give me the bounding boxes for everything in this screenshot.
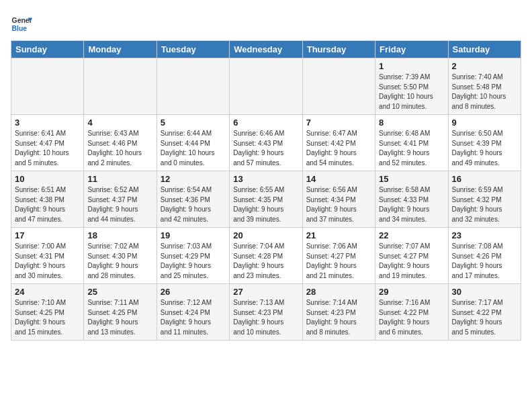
day-info: Sunrise: 6:48 AM Sunset: 4:41 PM Dayligh… (379, 129, 444, 168)
day-info: Sunrise: 7:10 AM Sunset: 4:25 PM Dayligh… (15, 298, 80, 337)
day-info: Sunrise: 7:17 AM Sunset: 4:22 PM Dayligh… (452, 298, 517, 337)
calendar-cell: 17Sunrise: 7:00 AM Sunset: 4:31 PM Dayli… (11, 228, 84, 284)
calendar-cell: 16Sunrise: 6:59 AM Sunset: 4:32 PM Dayli… (448, 171, 521, 228)
day-number: 10 (15, 174, 80, 184)
logo: General Blue (11, 13, 32, 35)
day-info: Sunrise: 7:03 AM Sunset: 4:29 PM Dayligh… (161, 242, 226, 281)
calendar: SundayMondayTuesdayWednesdayThursdayFrid… (11, 40, 521, 340)
calendar-cell (230, 58, 302, 115)
calendar-cell: 25Sunrise: 7:11 AM Sunset: 4:25 PM Dayli… (84, 284, 157, 340)
weekday-header-monday: Monday (84, 41, 157, 58)
day-info: Sunrise: 6:56 AM Sunset: 4:34 PM Dayligh… (306, 185, 371, 224)
weekday-header-thursday: Thursday (302, 41, 375, 58)
calendar-cell (11, 58, 84, 115)
day-info: Sunrise: 7:00 AM Sunset: 4:31 PM Dayligh… (15, 242, 80, 281)
logo-icon: General Blue (11, 13, 32, 35)
calendar-cell: 19Sunrise: 7:03 AM Sunset: 4:29 PM Dayli… (157, 228, 229, 284)
weekday-header-saturday: Saturday (448, 41, 521, 58)
calendar-cell: 26Sunrise: 7:12 AM Sunset: 4:24 PM Dayli… (157, 284, 229, 340)
weekday-header-tuesday: Tuesday (157, 41, 229, 58)
day-number: 4 (87, 118, 152, 128)
calendar-cell: 5Sunrise: 6:44 AM Sunset: 4:44 PM Daylig… (157, 115, 229, 171)
calendar-cell: 3Sunrise: 6:41 AM Sunset: 4:47 PM Daylig… (11, 115, 84, 171)
calendar-cell: 29Sunrise: 7:16 AM Sunset: 4:22 PM Dayli… (375, 284, 448, 340)
weekday-header-row: SundayMondayTuesdayWednesdayThursdayFrid… (11, 41, 521, 58)
calendar-cell: 9Sunrise: 6:50 AM Sunset: 4:39 PM Daylig… (448, 115, 521, 171)
day-number: 12 (161, 174, 226, 184)
calendar-cell: 24Sunrise: 7:10 AM Sunset: 4:25 PM Dayli… (11, 284, 84, 340)
day-info: Sunrise: 6:44 AM Sunset: 4:44 PM Dayligh… (161, 129, 226, 168)
day-number: 8 (379, 118, 444, 128)
day-info: Sunrise: 7:14 AM Sunset: 4:23 PM Dayligh… (306, 298, 371, 337)
calendar-cell: 21Sunrise: 7:06 AM Sunset: 4:27 PM Dayli… (302, 228, 375, 284)
calendar-cell: 2Sunrise: 7:40 AM Sunset: 5:48 PM Daylig… (448, 58, 521, 115)
day-number: 6 (233, 118, 298, 128)
week-row-2: 3Sunrise: 6:41 AM Sunset: 4:47 PM Daylig… (11, 115, 521, 171)
calendar-cell: 6Sunrise: 6:46 AM Sunset: 4:43 PM Daylig… (230, 115, 302, 171)
calendar-cell: 15Sunrise: 6:58 AM Sunset: 4:33 PM Dayli… (375, 171, 448, 228)
day-number: 17 (15, 230, 80, 240)
day-number: 28 (306, 287, 371, 297)
week-row-5: 24Sunrise: 7:10 AM Sunset: 4:25 PM Dayli… (11, 284, 521, 340)
day-info: Sunrise: 7:07 AM Sunset: 4:27 PM Dayligh… (379, 242, 444, 281)
calendar-cell: 10Sunrise: 6:51 AM Sunset: 4:38 PM Dayli… (11, 171, 84, 228)
day-number: 16 (452, 174, 517, 184)
calendar-cell: 12Sunrise: 6:54 AM Sunset: 4:36 PM Dayli… (157, 171, 229, 228)
day-info: Sunrise: 7:13 AM Sunset: 4:23 PM Dayligh… (233, 298, 298, 337)
weekday-header-wednesday: Wednesday (230, 41, 302, 58)
calendar-cell: 18Sunrise: 7:02 AM Sunset: 4:30 PM Dayli… (84, 228, 157, 284)
week-row-3: 10Sunrise: 6:51 AM Sunset: 4:38 PM Dayli… (11, 171, 521, 228)
day-number: 2 (452, 61, 517, 71)
day-info: Sunrise: 6:55 AM Sunset: 4:35 PM Dayligh… (233, 185, 298, 224)
calendar-cell: 20Sunrise: 7:04 AM Sunset: 4:28 PM Dayli… (230, 228, 302, 284)
calendar-cell: 28Sunrise: 7:14 AM Sunset: 4:23 PM Dayli… (302, 284, 375, 340)
week-row-1: 1Sunrise: 7:39 AM Sunset: 5:50 PM Daylig… (11, 58, 521, 115)
day-info: Sunrise: 6:50 AM Sunset: 4:39 PM Dayligh… (452, 129, 517, 168)
calendar-cell (157, 58, 229, 115)
calendar-cell: 22Sunrise: 7:07 AM Sunset: 4:27 PM Dayli… (375, 228, 448, 284)
calendar-cell: 11Sunrise: 6:52 AM Sunset: 4:37 PM Dayli… (84, 171, 157, 228)
calendar-cell (84, 58, 157, 115)
svg-text:Blue: Blue (12, 25, 28, 32)
day-info: Sunrise: 7:11 AM Sunset: 4:25 PM Dayligh… (87, 298, 152, 337)
day-info: Sunrise: 7:02 AM Sunset: 4:30 PM Dayligh… (87, 242, 152, 281)
day-number: 1 (379, 61, 444, 71)
day-number: 5 (161, 118, 226, 128)
day-info: Sunrise: 7:39 AM Sunset: 5:50 PM Dayligh… (379, 73, 444, 111)
day-number: 13 (233, 174, 298, 184)
calendar-cell: 7Sunrise: 6:47 AM Sunset: 4:42 PM Daylig… (302, 115, 375, 171)
calendar-cell: 13Sunrise: 6:55 AM Sunset: 4:35 PM Dayli… (230, 171, 302, 228)
calendar-cell: 23Sunrise: 7:08 AM Sunset: 4:26 PM Dayli… (448, 228, 521, 284)
day-number: 29 (379, 287, 444, 297)
day-info: Sunrise: 7:12 AM Sunset: 4:24 PM Dayligh… (161, 298, 226, 337)
calendar-cell: 14Sunrise: 6:56 AM Sunset: 4:34 PM Dayli… (302, 171, 375, 228)
day-info: Sunrise: 6:54 AM Sunset: 4:36 PM Dayligh… (161, 185, 226, 224)
day-info: Sunrise: 6:41 AM Sunset: 4:47 PM Dayligh… (15, 129, 80, 168)
day-number: 26 (161, 287, 226, 297)
calendar-cell: 27Sunrise: 7:13 AM Sunset: 4:23 PM Dayli… (230, 284, 302, 340)
day-info: Sunrise: 7:16 AM Sunset: 4:22 PM Dayligh… (379, 298, 444, 337)
day-info: Sunrise: 6:58 AM Sunset: 4:33 PM Dayligh… (379, 185, 444, 224)
day-info: Sunrise: 6:52 AM Sunset: 4:37 PM Dayligh… (87, 185, 152, 224)
day-number: 11 (87, 174, 152, 184)
day-number: 15 (379, 174, 444, 184)
calendar-cell: 8Sunrise: 6:48 AM Sunset: 4:41 PM Daylig… (375, 115, 448, 171)
calendar-cell: 30Sunrise: 7:17 AM Sunset: 4:22 PM Dayli… (448, 284, 521, 340)
day-number: 3 (15, 118, 80, 128)
calendar-cell: 1Sunrise: 7:39 AM Sunset: 5:50 PM Daylig… (375, 58, 448, 115)
calendar-cell (302, 58, 375, 115)
day-number: 22 (379, 230, 444, 240)
day-info: Sunrise: 6:47 AM Sunset: 4:42 PM Dayligh… (306, 129, 371, 168)
day-info: Sunrise: 6:43 AM Sunset: 4:46 PM Dayligh… (87, 129, 152, 168)
day-info: Sunrise: 7:04 AM Sunset: 4:28 PM Dayligh… (233, 242, 298, 281)
day-info: Sunrise: 7:08 AM Sunset: 4:26 PM Dayligh… (452, 242, 517, 281)
day-number: 18 (87, 230, 152, 240)
day-number: 19 (161, 230, 226, 240)
header: General Blue (11, 11, 521, 35)
day-info: Sunrise: 7:40 AM Sunset: 5:48 PM Dayligh… (452, 73, 517, 111)
day-number: 27 (233, 287, 298, 297)
day-number: 9 (452, 118, 517, 128)
weekday-header-sunday: Sunday (11, 41, 84, 58)
day-number: 14 (306, 174, 371, 184)
weekday-header-friday: Friday (375, 41, 448, 58)
